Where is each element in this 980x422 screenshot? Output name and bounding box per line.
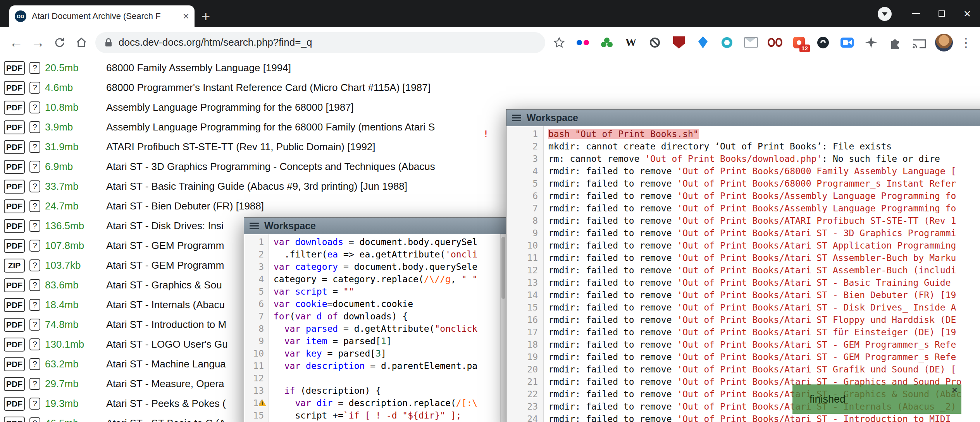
- doc-title[interactable]: Atari ST - ST Basic to C (A: [106, 417, 226, 422]
- browser-update-icon[interactable]: [878, 7, 892, 21]
- help-badge[interactable]: ?: [29, 398, 40, 410]
- doc-title[interactable]: 68000 Family Assembly Language [1994]: [106, 62, 291, 74]
- help-badge[interactable]: ?: [29, 141, 40, 153]
- doc-title[interactable]: Atari ST - Introduction to M: [106, 319, 226, 331]
- ublock-shield-icon[interactable]: [672, 35, 686, 50]
- help-badge[interactable]: ?: [29, 62, 40, 74]
- code-line[interactable]: category = category.replace(/\//g, " ": [274, 273, 506, 285]
- code-line[interactable]: var description = d.parentElement.pa: [274, 360, 506, 372]
- video-camera-icon[interactable]: [840, 35, 854, 50]
- code-editor[interactable]: 1234567891011121314!15 var downloads = d…: [244, 234, 506, 422]
- code-line[interactable]: [274, 372, 506, 384]
- help-badge[interactable]: ?: [29, 220, 40, 232]
- url-text[interactable]: docs.dev-docs.org/htm/search.php?find=_q: [119, 36, 312, 48]
- doc-title[interactable]: Assembly Language Programming for the 68…: [106, 121, 435, 133]
- hamburger-menu-icon[interactable]: [250, 223, 259, 229]
- help-badge[interactable]: ?: [29, 259, 40, 271]
- help-badge[interactable]: ?: [29, 319, 40, 331]
- file-type-badge[interactable]: PDF: [4, 417, 25, 422]
- code-line[interactable]: var category = document.body.querySele: [274, 261, 506, 273]
- file-type-badge[interactable]: PDF: [4, 140, 25, 154]
- new-tab-button[interactable]: +: [195, 5, 217, 27]
- browser-menu-icon[interactable]: ⋮: [960, 35, 972, 50]
- help-badge[interactable]: ?: [29, 358, 40, 370]
- maximize-button[interactable]: [929, 0, 954, 27]
- tab-close-icon[interactable]: ×: [183, 11, 189, 22]
- minimize-button[interactable]: [903, 0, 929, 27]
- code-line[interactable]: var key = parsed[3]: [274, 347, 506, 360]
- help-badge[interactable]: ?: [29, 279, 40, 291]
- home-button[interactable]: [71, 32, 92, 53]
- reload-button[interactable]: [49, 32, 71, 53]
- sparkle-icon[interactable]: [864, 35, 878, 50]
- file-type-badge[interactable]: PDF: [4, 338, 25, 352]
- workspace-titlebar[interactable]: Workspace: [506, 110, 980, 126]
- back-button[interactable]: ←: [5, 32, 27, 53]
- help-badge[interactable]: ?: [29, 299, 40, 311]
- doc-title[interactable]: Atari ST - GEM Programm: [106, 259, 224, 271]
- doc-title[interactable]: 68000 Programmer's Instant Reference Car…: [106, 82, 431, 94]
- glasses-icon[interactable]: [768, 35, 782, 50]
- help-badge[interactable]: ?: [29, 417, 40, 422]
- kite-icon[interactable]: [696, 35, 710, 50]
- browser-tab[interactable]: DD Atari Document Archive (Search F ×: [9, 5, 195, 27]
- profile-avatar[interactable]: [935, 34, 953, 51]
- file-type-badge[interactable]: PDF: [4, 81, 25, 95]
- file-type-badge[interactable]: PDF: [4, 357, 25, 371]
- help-badge[interactable]: ?: [29, 200, 40, 212]
- scrollbar-thumb[interactable]: [501, 237, 505, 299]
- blocked-site-icon[interactable]: [648, 35, 662, 50]
- code-line[interactable]: var script = "": [274, 285, 506, 298]
- file-type-badge[interactable]: PDF: [4, 120, 25, 134]
- code-line[interactable]: var dir = description.replace(/[:\: [274, 397, 506, 409]
- file-type-badge[interactable]: PDF: [4, 199, 25, 213]
- code-line[interactable]: var cookie=document.cookie: [274, 298, 506, 310]
- notification-close-icon[interactable]: ×: [952, 385, 958, 395]
- workspace-titlebar[interactable]: Workspace: [244, 218, 506, 234]
- mail-icon[interactable]: [744, 35, 758, 50]
- flickr-dots-icon[interactable]: [575, 35, 590, 50]
- puzzle-extensions-icon[interactable]: [888, 35, 902, 50]
- file-type-badge[interactable]: PDF: [4, 101, 25, 115]
- ring-icon[interactable]: [720, 35, 734, 50]
- doc-title[interactable]: ATARI Profibuch ST-STE-TT (Rev 11, Publi…: [106, 141, 375, 153]
- notifier-badge-icon[interactable]: 12: [792, 35, 806, 50]
- file-type-badge[interactable]: PDF: [4, 180, 25, 194]
- file-type-badge[interactable]: PDF: [4, 278, 25, 292]
- file-type-badge[interactable]: PDF: [4, 377, 25, 391]
- doc-title[interactable]: Assembly Language Programming for the 68…: [106, 101, 354, 113]
- file-type-badge[interactable]: PDF: [4, 61, 25, 75]
- code-line[interactable]: script +=`if [ ! -d "${dir}" ];: [274, 409, 506, 422]
- file-type-badge[interactable]: PDF: [4, 239, 25, 253]
- file-type-badge[interactable]: PDF: [4, 318, 25, 332]
- help-badge[interactable]: ?: [29, 101, 40, 113]
- code-line[interactable]: var item = parsed[1]: [274, 335, 506, 347]
- doc-title[interactable]: Atari ST - Machine Langua: [106, 358, 226, 370]
- clover-icon[interactable]: [599, 35, 614, 50]
- doc-title[interactable]: Atari ST - GEM Programm: [106, 240, 224, 252]
- hamburger-menu-icon[interactable]: [512, 115, 521, 121]
- file-type-badge[interactable]: PDF: [4, 160, 25, 174]
- file-type-badge[interactable]: PDF: [4, 397, 25, 411]
- doc-title[interactable]: Atari ST - Internals (Abacu: [106, 299, 225, 311]
- bookmark-star-button[interactable]: [548, 32, 570, 53]
- file-type-badge[interactable]: ZIP: [4, 259, 25, 273]
- doc-title[interactable]: Atari ST - Measure, Opera: [106, 378, 224, 390]
- close-window-button[interactable]: ×: [954, 0, 980, 27]
- doc-title[interactable]: Atari ST - LOGO User's Gu: [106, 338, 228, 350]
- help-badge[interactable]: ?: [29, 378, 40, 390]
- code-line[interactable]: .filter(ea => ea.getAttribute('oncli: [274, 248, 506, 261]
- wikipedia-icon[interactable]: W: [623, 35, 638, 50]
- doc-title[interactable]: Atari ST - Graphics & Sou: [106, 279, 222, 291]
- code-line[interactable]: if (description) {: [274, 384, 506, 397]
- doc-title[interactable]: Atari ST - 3D Graphics Programming - Con…: [106, 161, 435, 173]
- code-line[interactable]: for(var d of downloads) {: [274, 310, 506, 323]
- help-badge[interactable]: ?: [29, 161, 40, 173]
- help-badge[interactable]: ?: [29, 121, 40, 133]
- record-icon[interactable]: [816, 35, 830, 50]
- code-line[interactable]: var downloads = document.body.querySel: [274, 236, 506, 248]
- help-badge[interactable]: ?: [29, 82, 40, 94]
- cast-icon[interactable]: [912, 35, 927, 50]
- editor-code-pane[interactable]: var downloads = document.body.querySel .…: [269, 234, 506, 422]
- code-line[interactable]: var parsed = d.getAttribute("onclick: [274, 323, 506, 335]
